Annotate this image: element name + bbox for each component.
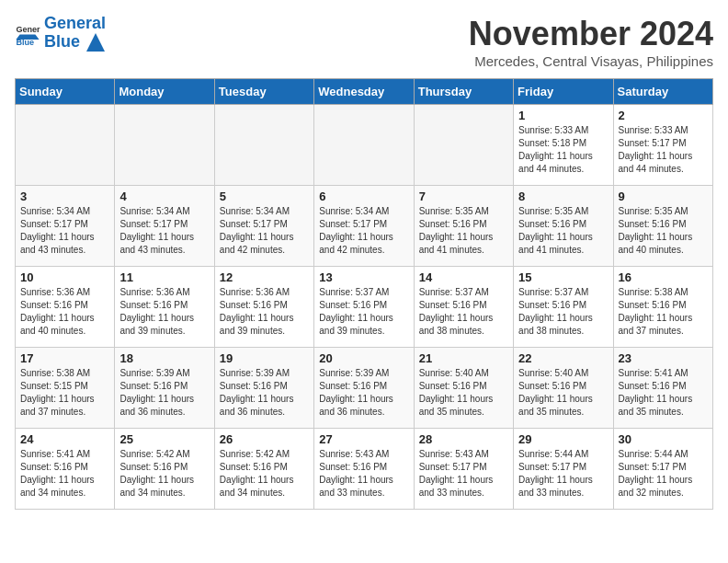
day-info: Sunrise: 5:36 AM Sunset: 5:16 PM Dayligh… [220, 286, 309, 338]
day-info: Sunrise: 5:42 AM Sunset: 5:16 PM Dayligh… [220, 448, 309, 500]
day-info: Sunrise: 5:44 AM Sunset: 5:17 PM Dayligh… [619, 448, 708, 500]
calendar-cell: 6Sunrise: 5:34 AM Sunset: 5:17 PM Daylig… [314, 186, 414, 267]
day-info: Sunrise: 5:34 AM Sunset: 5:17 PM Dayligh… [220, 205, 309, 257]
day-number: 3 [20, 190, 109, 203]
day-info: Sunrise: 5:35 AM Sunset: 5:16 PM Dayligh… [619, 205, 708, 257]
svg-text:General: General [16, 25, 40, 34]
day-number: 10 [20, 270, 109, 284]
calendar-cell: 8Sunrise: 5:35 AM Sunset: 5:16 PM Daylig… [514, 186, 613, 267]
location-subtitle: Mercedes, Central Visayas, Philippines [469, 53, 713, 69]
title-block: November 2024 Mercedes, Central Visayas,… [469, 15, 713, 69]
calendar-cell: 15Sunrise: 5:37 AM Sunset: 5:16 PM Dayli… [514, 267, 613, 348]
day-info: Sunrise: 5:39 AM Sunset: 5:16 PM Dayligh… [220, 367, 309, 419]
day-info: Sunrise: 5:41 AM Sunset: 5:16 PM Dayligh… [20, 448, 109, 500]
day-number: 14 [419, 270, 508, 284]
day-number: 30 [619, 432, 708, 446]
calendar-cell: 7Sunrise: 5:35 AM Sunset: 5:16 PM Daylig… [414, 186, 513, 267]
day-number: 7 [419, 190, 508, 203]
calendar-cell: 1Sunrise: 5:33 AM Sunset: 5:18 PM Daylig… [514, 105, 613, 186]
day-info: Sunrise: 5:34 AM Sunset: 5:17 PM Dayligh… [20, 205, 109, 257]
header-wednesday: Wednesday [314, 79, 414, 105]
day-number: 11 [119, 270, 209, 284]
day-number: 16 [619, 270, 708, 284]
calendar-week-row: 24Sunrise: 5:41 AM Sunset: 5:16 PM Dayli… [16, 429, 713, 510]
header-saturday: Saturday [613, 79, 712, 105]
calendar-cell: 28Sunrise: 5:43 AM Sunset: 5:17 PM Dayli… [414, 429, 513, 510]
calendar-cell: 14Sunrise: 5:37 AM Sunset: 5:16 PM Dayli… [414, 267, 513, 348]
day-info: Sunrise: 5:33 AM Sunset: 5:18 PM Dayligh… [518, 124, 608, 176]
day-number: 17 [20, 351, 109, 365]
day-info: Sunrise: 5:33 AM Sunset: 5:17 PM Dayligh… [619, 124, 708, 176]
logo: General Blue General Blue [15, 15, 106, 52]
header-sunday: Sunday [16, 79, 115, 105]
svg-text:Blue: Blue [16, 38, 34, 46]
calendar-week-row: 10Sunrise: 5:36 AM Sunset: 5:16 PM Dayli… [16, 267, 713, 348]
calendar-cell: 19Sunrise: 5:39 AM Sunset: 5:16 PM Dayli… [214, 348, 313, 429]
day-info: Sunrise: 5:34 AM Sunset: 5:17 PM Dayligh… [319, 205, 408, 257]
month-title: November 2024 [469, 15, 713, 53]
day-number: 27 [319, 432, 408, 446]
day-number: 25 [119, 432, 209, 446]
day-number: 29 [518, 432, 608, 446]
day-number: 2 [619, 109, 708, 122]
day-number: 4 [119, 190, 209, 203]
logo-icon: General Blue [15, 20, 40, 46]
header-tuesday: Tuesday [214, 79, 313, 105]
calendar-cell [16, 105, 115, 186]
day-number: 18 [119, 351, 209, 365]
day-number: 20 [319, 351, 408, 365]
header-monday: Monday [115, 79, 214, 105]
day-number: 19 [220, 351, 309, 365]
calendar-week-row: 1Sunrise: 5:33 AM Sunset: 5:18 PM Daylig… [16, 105, 713, 186]
day-number: 5 [220, 190, 309, 203]
calendar-cell: 29Sunrise: 5:44 AM Sunset: 5:17 PM Dayli… [514, 429, 613, 510]
calendar-cell: 9Sunrise: 5:35 AM Sunset: 5:16 PM Daylig… [613, 186, 712, 267]
day-info: Sunrise: 5:39 AM Sunset: 5:16 PM Dayligh… [319, 367, 408, 419]
calendar-week-row: 3Sunrise: 5:34 AM Sunset: 5:17 PM Daylig… [16, 186, 713, 267]
day-number: 24 [20, 432, 109, 446]
day-number: 21 [419, 351, 508, 365]
day-number: 9 [619, 190, 708, 203]
day-info: Sunrise: 5:41 AM Sunset: 5:16 PM Dayligh… [619, 367, 708, 419]
day-number: 15 [518, 270, 608, 284]
calendar-cell: 10Sunrise: 5:36 AM Sunset: 5:16 PM Dayli… [16, 267, 115, 348]
calendar-cell: 22Sunrise: 5:40 AM Sunset: 5:16 PM Dayli… [514, 348, 613, 429]
calendar-cell [214, 105, 313, 186]
calendar-cell: 26Sunrise: 5:42 AM Sunset: 5:16 PM Dayli… [214, 429, 313, 510]
day-info: Sunrise: 5:37 AM Sunset: 5:16 PM Dayligh… [319, 286, 408, 338]
day-number: 26 [220, 432, 309, 446]
header-thursday: Thursday [414, 79, 513, 105]
day-info: Sunrise: 5:36 AM Sunset: 5:16 PM Dayligh… [20, 286, 109, 338]
day-info: Sunrise: 5:40 AM Sunset: 5:16 PM Dayligh… [518, 367, 608, 419]
day-info: Sunrise: 5:43 AM Sunset: 5:16 PM Dayligh… [319, 448, 408, 500]
header-friday: Friday [514, 79, 613, 105]
calendar-cell: 21Sunrise: 5:40 AM Sunset: 5:16 PM Dayli… [414, 348, 513, 429]
calendar-cell: 17Sunrise: 5:38 AM Sunset: 5:15 PM Dayli… [16, 348, 115, 429]
calendar-cell: 16Sunrise: 5:38 AM Sunset: 5:16 PM Dayli… [613, 267, 712, 348]
calendar-cell: 4Sunrise: 5:34 AM Sunset: 5:17 PM Daylig… [115, 186, 214, 267]
calendar-cell: 12Sunrise: 5:36 AM Sunset: 5:16 PM Dayli… [214, 267, 313, 348]
day-info: Sunrise: 5:37 AM Sunset: 5:16 PM Dayligh… [518, 286, 608, 338]
day-info: Sunrise: 5:42 AM Sunset: 5:16 PM Dayligh… [119, 448, 209, 500]
calendar-cell: 13Sunrise: 5:37 AM Sunset: 5:16 PM Dayli… [314, 267, 414, 348]
calendar-cell: 5Sunrise: 5:34 AM Sunset: 5:17 PM Daylig… [214, 186, 313, 267]
day-info: Sunrise: 5:43 AM Sunset: 5:17 PM Dayligh… [419, 448, 508, 500]
day-info: Sunrise: 5:36 AM Sunset: 5:16 PM Dayligh… [119, 286, 209, 338]
day-info: Sunrise: 5:38 AM Sunset: 5:15 PM Dayligh… [20, 367, 109, 419]
day-number: 28 [419, 432, 508, 446]
day-info: Sunrise: 5:38 AM Sunset: 5:16 PM Dayligh… [619, 286, 708, 338]
calendar-cell [115, 105, 214, 186]
day-info: Sunrise: 5:40 AM Sunset: 5:16 PM Dayligh… [419, 367, 508, 419]
calendar-cell [414, 105, 513, 186]
day-number: 12 [220, 270, 309, 284]
day-info: Sunrise: 5:44 AM Sunset: 5:17 PM Dayligh… [518, 448, 608, 500]
calendar-cell: 18Sunrise: 5:39 AM Sunset: 5:16 PM Dayli… [115, 348, 214, 429]
day-number: 6 [319, 190, 408, 203]
page-header: General Blue General Blue November 2024 … [15, 15, 713, 69]
svg-marker-3 [86, 33, 105, 52]
day-info: Sunrise: 5:35 AM Sunset: 5:16 PM Dayligh… [419, 205, 508, 257]
logo-blue: Blue [44, 32, 80, 51]
day-info: Sunrise: 5:34 AM Sunset: 5:17 PM Dayligh… [119, 205, 209, 257]
calendar-cell: 30Sunrise: 5:44 AM Sunset: 5:17 PM Dayli… [613, 429, 712, 510]
calendar-cell: 11Sunrise: 5:36 AM Sunset: 5:16 PM Dayli… [115, 267, 214, 348]
